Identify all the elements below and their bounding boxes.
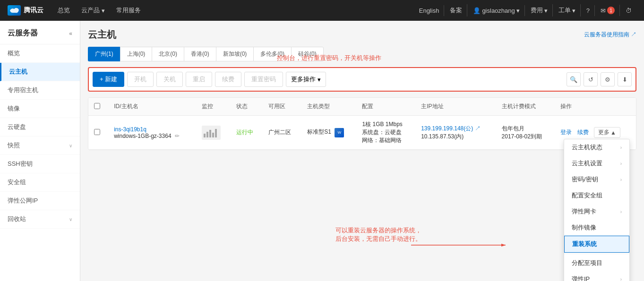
- sidebar-item-ssh[interactable]: SSH密钥: [0, 155, 80, 173]
- sidebar-item-eip[interactable]: 弹性公网IP: [0, 192, 80, 210]
- reset-password-button[interactable]: 重置密码: [244, 72, 283, 87]
- sidebar-item-snapshot-label: 快照: [8, 141, 20, 150]
- dropdown-item-reinstall-os[interactable]: 重装系统: [564, 236, 629, 253]
- download-button[interactable]: ⬇: [618, 72, 632, 86]
- sidebar-item-image-label: 镜像: [8, 104, 20, 113]
- public-ip[interactable]: 139.199.199.148(公) ↗: [421, 125, 480, 132]
- config-line1: 1核 1GB 1Mbps: [362, 120, 410, 128]
- sidebar-item-snapshot[interactable]: 快照 ∨: [0, 136, 80, 155]
- clock-icon: ⏱: [626, 7, 632, 14]
- callout-reinstall: 可以重装云服务器的操作系统， 后台安装，无需自己手动进行。: [335, 226, 421, 243]
- row-type: 标准型S1 W: [301, 116, 356, 150]
- col-monitor: 监控: [196, 98, 231, 116]
- chevron-down-icon: ▾: [572, 7, 575, 14]
- tab-shanghai[interactable]: 上海(0): [120, 47, 152, 61]
- sidebar-header: 云服务器 «: [0, 21, 80, 44]
- edit-icon[interactable]: ✏: [175, 133, 180, 139]
- download-icon: ⬇: [622, 76, 627, 83]
- dropdown-item-elastic-ip[interactable]: 弹性IP ›: [564, 271, 629, 281]
- nav-icp[interactable]: 备案: [445, 4, 467, 17]
- row-monitor: [196, 116, 231, 150]
- sidebar-item-disk[interactable]: 云硬盘: [0, 118, 80, 136]
- power-off-button[interactable]: 关机: [156, 72, 183, 87]
- sidebar-item-eip-label: 弹性公网IP: [8, 196, 38, 205]
- sidebar-item-cvm-label: 云主机: [9, 68, 27, 76]
- sidebar-item-security[interactable]: 安全组: [0, 173, 80, 192]
- row-ip: 139.199.199.148(公) ↗ 10.135.87.53(内): [415, 116, 496, 150]
- dropdown-item-assign-project[interactable]: 分配至项目: [564, 255, 629, 271]
- dropdown-item-password-key[interactable]: 密码/密钥 ›: [564, 171, 629, 187]
- top-nav-items: 总览 云产品 ▾ 常用服务: [53, 4, 405, 17]
- dropdown-item-security-group[interactable]: 配置安全组: [564, 187, 629, 204]
- logo-icon: [8, 5, 21, 16]
- search-icon: 🔍: [570, 76, 577, 83]
- dropdown-item-create-image[interactable]: 制作镜像: [564, 220, 629, 236]
- tab-guangzhou[interactable]: 广州(1): [88, 47, 120, 61]
- refresh-button[interactable]: ↺: [584, 72, 598, 86]
- action-more-button[interactable]: 更多 ▲: [594, 127, 620, 138]
- type-label: 标准型S1: [307, 128, 331, 135]
- more-actions-button[interactable]: 更多操作 ▾: [286, 72, 326, 87]
- zone-label: 广州二区: [268, 129, 291, 136]
- svg-rect-4: [215, 129, 217, 137]
- nav-user[interactable]: 👤 gislaozhang ▾: [468, 5, 524, 16]
- action-login[interactable]: 登录: [560, 129, 572, 136]
- gear-icon: ⚙: [605, 76, 610, 83]
- tab-hongkong[interactable]: 香港(0): [184, 47, 216, 61]
- sidebar-title: 云服务器: [8, 28, 38, 38]
- renew-button[interactable]: 续费: [215, 72, 241, 87]
- nav-language[interactable]: English: [414, 5, 445, 16]
- tab-singapore[interactable]: 新加坡(0): [216, 47, 254, 61]
- col-billing: 主机计费模式: [496, 98, 555, 116]
- monitor-chart[interactable]: [202, 126, 221, 140]
- nav-overview[interactable]: 总览: [53, 4, 75, 17]
- action-renew[interactable]: 续费: [577, 129, 589, 136]
- svg-rect-1: [206, 132, 208, 137]
- nav-ticket[interactable]: 工单 ▾: [554, 4, 581, 17]
- tab-beijing[interactable]: 北京(0): [152, 47, 184, 61]
- row-id-name: ins-3qi19b1q windows-1GB-gz-3364 ✏: [108, 116, 196, 150]
- nav-clock[interactable]: ⏱: [621, 5, 636, 16]
- restart-button[interactable]: 重启: [186, 72, 212, 87]
- message-badge: 1: [607, 7, 615, 14]
- tab-toronto[interactable]: 多伦多(0): [253, 47, 291, 61]
- dropdown-item-vm-settings[interactable]: 云主机设置 ›: [564, 155, 629, 171]
- chevron-right-icon: ›: [620, 209, 622, 214]
- col-type: 主机类型: [301, 98, 356, 116]
- message-icon: ✉: [601, 7, 606, 14]
- chevron-right-icon: ›: [620, 145, 622, 150]
- power-on-button[interactable]: 开机: [127, 72, 154, 87]
- nav-services[interactable]: 常用服务: [112, 4, 146, 17]
- logo[interactable]: 腾讯云: [8, 5, 43, 16]
- sidebar-item-overview[interactable]: 概览: [0, 44, 80, 63]
- svg-rect-3: [212, 133, 214, 137]
- settings-button[interactable]: ⚙: [601, 72, 615, 86]
- col-status: 状态: [231, 98, 263, 116]
- dropdown-item-vm-status[interactable]: 云主机状态 ›: [564, 139, 629, 155]
- row-select-checkbox[interactable]: [94, 129, 100, 135]
- sidebar-item-dedicated[interactable]: 专用宿主机: [0, 81, 80, 100]
- top-nav-right: English 备案 👤 gislaozhang ▾ 费用 ▾ 工单 ▾ ? ✉…: [414, 4, 636, 17]
- sidebar-item-recycle-label: 回收站: [8, 215, 26, 223]
- refresh-icon: ↺: [588, 76, 593, 83]
- instance-id[interactable]: ins-3qi19b1q: [114, 126, 146, 133]
- sidebar-item-cvm[interactable]: 云主机: [0, 63, 80, 81]
- chevron-down-icon: ▾: [318, 76, 321, 83]
- dropdown-item-eni[interactable]: 弹性网卡 ›: [564, 204, 629, 220]
- chevron-down-icon: ∨: [69, 143, 72, 148]
- page-help-link[interactable]: 云服务器使用指南 ↗: [584, 31, 636, 39]
- sidebar-item-image[interactable]: 镜像: [0, 100, 80, 118]
- nav-products[interactable]: 云产品 ▾: [77, 4, 110, 17]
- row-status: 运行中: [231, 116, 263, 150]
- select-all-checkbox[interactable]: [94, 103, 100, 109]
- sidebar-item-dedicated-label: 专用宿主机: [8, 86, 38, 94]
- sidebar-collapse-btn[interactable]: «: [69, 30, 72, 37]
- new-instance-button[interactable]: + 新建: [93, 72, 124, 87]
- nav-message[interactable]: ✉ 1: [596, 5, 620, 16]
- sidebar-item-recycle[interactable]: 回收站 ∨: [0, 210, 80, 229]
- nav-billing[interactable]: 费用 ▾: [526, 4, 553, 17]
- billing-detail: 2017-08-02到期: [502, 133, 550, 141]
- tab-silicon-valley[interactable]: 硅谷(0): [291, 47, 324, 61]
- nav-help[interactable]: ?: [582, 5, 595, 16]
- search-button[interactable]: 🔍: [567, 72, 581, 86]
